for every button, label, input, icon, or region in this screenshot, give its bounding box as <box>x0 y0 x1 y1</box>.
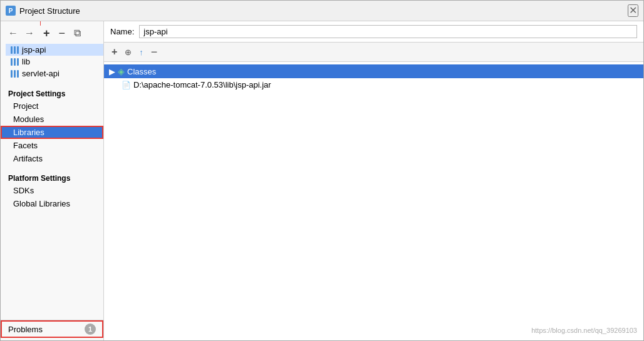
sidebar-item-sdks[interactable]: SDKs <box>1 184 103 197</box>
tree-area: ▶ ◈ Classes 📄 D:\apache-tomcat-7.0.53\li… <box>104 62 643 340</box>
lib-item-label-lib: lib <box>22 57 30 66</box>
main-content: ← → + − ⧉ ↑ jsp-api <box>1 21 643 340</box>
remove-class-button[interactable]: − <box>148 45 160 59</box>
sidebar: ← → + − ⧉ ↑ jsp-api <box>1 21 104 340</box>
add-up-button[interactable]: ↑ <box>137 46 146 58</box>
title-bar: P Project Structure ✕ <box>1 1 643 21</box>
sidebar-item-artifacts[interactable]: Artifacts <box>1 152 103 165</box>
sidebar-bottom: Problems 1 <box>1 320 103 338</box>
sidebar-item-libraries[interactable]: Libraries <box>1 126 103 139</box>
back-button[interactable]: ← <box>6 27 21 39</box>
lib-icon <box>11 46 19 54</box>
right-panel: Name: + ⊕ ↑ − ▶ ◈ Classes <box>104 21 643 340</box>
problems-label: Problems <box>8 325 43 334</box>
problems-badge: 1 <box>85 323 96 335</box>
watermark: https://blog.csdn.net/qq_39269103 <box>531 327 637 334</box>
lib-item-lib[interactable]: lib <box>6 56 103 68</box>
remove-button[interactable]: − <box>56 26 68 40</box>
copy-button[interactable]: ⧉ <box>71 27 83 39</box>
problems-item[interactable]: Problems 1 <box>1 320 103 338</box>
lib-item-servlet-api[interactable]: servlet-api <box>6 68 103 79</box>
classes-label: Classes <box>127 67 156 76</box>
project-settings-header: Project Settings <box>1 86 103 99</box>
right-panel-toolbar: + ⊕ ↑ − <box>104 43 643 62</box>
jar-path-label: D:\apache-tomcat-7.0.53\lib\jsp-api.jar <box>133 80 271 89</box>
expand-icon: ▶ <box>109 67 115 76</box>
lib-item-label: jsp-api <box>22 45 46 54</box>
lib-icon-3 <box>11 70 19 78</box>
name-label: Name: <box>110 27 134 36</box>
name-bar: Name: <box>104 21 643 43</box>
sidebar-item-facets[interactable]: Facets <box>1 139 103 152</box>
lib-icon-2 <box>11 58 19 66</box>
sidebar-item-project[interactable]: Project <box>1 99 103 113</box>
jar-icon: 📄 <box>122 81 131 89</box>
nav-arrows: ← → <box>6 27 37 39</box>
library-list: jsp-api lib servlet-api <box>1 43 103 81</box>
add-class-button[interactable]: + <box>109 46 120 58</box>
sidebar-item-global-libraries[interactable]: Global Libraries <box>1 197 103 210</box>
platform-settings-header: Platform Settings <box>1 170 103 184</box>
tree-item-jar[interactable]: 📄 D:\apache-tomcat-7.0.53\lib\jsp-api.ja… <box>104 78 643 91</box>
name-input[interactable] <box>139 25 637 38</box>
window-title: Project Structure <box>19 6 80 16</box>
lib-item-label-servlet: servlet-api <box>22 69 60 78</box>
app-icon: P <box>6 6 16 16</box>
add-button[interactable]: + <box>41 26 53 40</box>
sidebar-item-modules[interactable]: Modules <box>1 113 103 126</box>
add-spec-button[interactable]: ⊕ <box>122 46 134 58</box>
classes-icon: ◈ <box>118 66 125 76</box>
tree-item-classes[interactable]: ▶ ◈ Classes <box>104 64 643 78</box>
forward-button[interactable]: → <box>22 27 37 39</box>
lib-item-jsp-api[interactable]: jsp-api <box>6 44 103 56</box>
close-button[interactable]: ✕ <box>628 4 638 17</box>
